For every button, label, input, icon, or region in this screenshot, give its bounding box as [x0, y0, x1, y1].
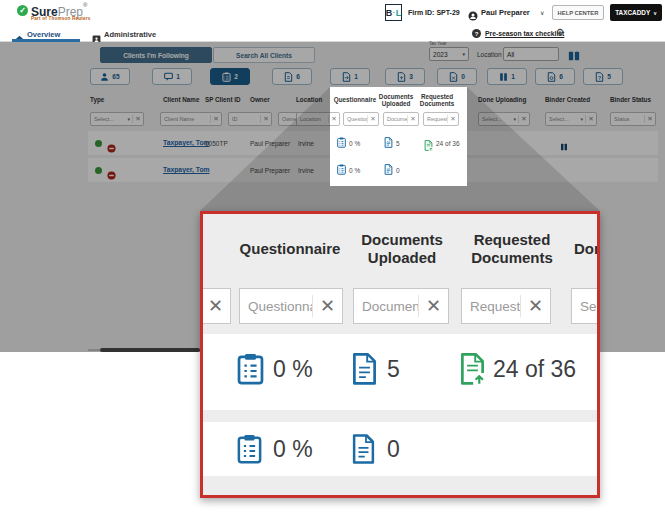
firm-logo-l: L [396, 8, 402, 18]
documents-cell: 0 [396, 167, 400, 174]
taxcaddy-button[interactable]: TAXCADDY ∨ [610, 4, 662, 21]
inset-col-requested-documents: Requested Documents [457, 231, 567, 267]
help-center-button[interactable]: HELP CENTER [552, 5, 604, 20]
owner-cell: Paul Preparer [250, 140, 290, 147]
filter-sp-client-id[interactable]: ID✕ [228, 112, 272, 126]
location-select[interactable]: All [503, 47, 559, 61]
search-all-clients-button[interactable]: Search All Clients [213, 47, 315, 63]
main-nav: Overview Administrative ? Pre-season tax… [0, 26, 665, 42]
tax-year-select[interactable]: 2023 ▾ [429, 47, 469, 61]
clear-filter-icon[interactable]: ✕ [447, 115, 458, 123]
inset-col-done-partial: Done [574, 240, 600, 258]
filter-type[interactable]: Select...▾✕ [90, 112, 144, 126]
col-header-binder-status[interactable]: Binder Status [610, 96, 651, 103]
inset-col-line2: Uploaded [347, 249, 457, 267]
filter-placeholder: Requested [462, 299, 520, 314]
inset-filter-partial-right[interactable]: Select [571, 288, 600, 324]
location-label: Location [477, 51, 502, 58]
clear-filter-icon[interactable]: ✕ [585, 115, 596, 123]
col-header-location[interactable]: Location [296, 96, 322, 103]
clear-filter-icon[interactable]: ✕ [132, 115, 143, 123]
inset-col-documents-uploaded: Documents Uploaded [347, 231, 457, 267]
col-header-line2: Documents [414, 100, 460, 107]
filter-binder-status[interactable]: Status✕ [610, 112, 656, 126]
clear-filter-icon[interactable]: ✕ [520, 295, 550, 317]
inset-filter-questionnaire[interactable]: Questionna✕ [239, 288, 343, 324]
clear-filter-icon[interactable]: ✕ [418, 295, 448, 317]
firm-logo: B·L [385, 4, 402, 21]
tab-administrative[interactable]: Administrative [104, 30, 156, 39]
client-name-link[interactable]: Taxpayer, Tom [163, 166, 210, 173]
col-header-line1: Requested [414, 93, 460, 100]
clear-filter-icon[interactable]: ✕ [407, 115, 418, 123]
settings-gear-icon[interactable]: ⚙ [556, 28, 564, 37]
preseason-checklist-link[interactable]: Pre-season tax checklist [485, 30, 564, 37]
clear-filter-icon[interactable]: ✕ [210, 115, 221, 123]
questionnaire-cell: 0 % [349, 167, 360, 174]
horizontal-scrollbar-thumb[interactable] [100, 348, 200, 352]
clients-following-button[interactable]: Clients I'm Following [100, 47, 212, 63]
filter-done-uploading[interactable]: Select...▾✕ [478, 112, 530, 126]
col-header-sp-client-id[interactable]: SP Client ID [205, 96, 241, 103]
col-header-binder-created[interactable]: Binder Created [545, 96, 590, 103]
filter-questionnaire[interactable]: Questionn✕ [343, 112, 379, 126]
clients-counter-button[interactable]: 65 [90, 68, 130, 85]
clear-filter-icon[interactable]: ✕ [328, 115, 339, 123]
clear-filter-icon[interactable]: ✕ [312, 295, 342, 317]
col-header-requested-documents[interactable]: Requested Documents [414, 93, 460, 107]
tab-overview[interactable]: Overview [27, 30, 60, 39]
documents-page-icon [351, 433, 376, 465]
inset-col-line2: Documents [457, 249, 567, 267]
documents-counter-button[interactable]: 6 [272, 68, 312, 85]
binder-processing-counter-button[interactable]: 6 [535, 68, 575, 85]
status-red-icon [107, 166, 116, 184]
location-cell: Irvine [298, 167, 314, 174]
col-header-client-name[interactable]: Client Name [163, 96, 199, 103]
col-header-documents-uploaded[interactable]: Documents Uploaded [373, 93, 419, 107]
messages-counter-button[interactable]: 1 [152, 68, 192, 85]
user-menu[interactable]: Paul Preparer [481, 8, 530, 17]
client-name-link[interactable]: Taxpayer, Tom [163, 139, 210, 146]
taxcaddy-label: TAXCADDY [615, 9, 650, 16]
clear-filter-icon[interactable]: ✕ [367, 115, 378, 123]
filter-documents-uploaded[interactable]: Documents✕ [383, 112, 419, 126]
filter-placeholder: Questionn [344, 116, 367, 122]
col-header-owner[interactable]: Owner [250, 96, 270, 103]
filter-placeholder: ID [229, 116, 260, 122]
counter-value: 2 [234, 73, 238, 80]
documents-value: 0 [387, 436, 400, 463]
documents-value: 5 [387, 356, 400, 383]
clear-filter-icon[interactable]: ✕ [644, 115, 655, 123]
filter-placeholder: Select... [91, 116, 127, 122]
counter-value: 0 [461, 73, 465, 80]
filter-client-name[interactable]: Client Name✕ [160, 112, 222, 126]
binder-status-counter-button[interactable]: ?5 [583, 68, 623, 85]
columns-view-icon[interactable] [568, 48, 580, 66]
inset-filter-partial-left[interactable]: ✕ [200, 288, 231, 324]
binder-created-icon[interactable] [560, 138, 568, 156]
user-avatar-icon [468, 7, 478, 25]
doc-remove-counter-button[interactable]: 0 [437, 68, 477, 85]
clear-filter-icon[interactable]: ✕ [260, 115, 271, 123]
col-header-questionnaire[interactable]: Questionnaire [332, 96, 378, 103]
filter-binder-created[interactable]: Select...▾✕ [545, 112, 597, 126]
filter-placeholder: Client Name [161, 116, 210, 122]
user-menu-chevron-icon[interactable]: ∨ [540, 9, 544, 16]
inset-filter-documents[interactable]: Documents✕ [353, 288, 449, 324]
col-header-type[interactable]: Type [90, 96, 104, 103]
requested-value: 24 of 36 [493, 356, 576, 383]
counter-value: 1 [511, 73, 515, 80]
binder-counter-button[interactable]: 1 [487, 68, 527, 85]
questionnaire-counter-button[interactable]: 2 [210, 68, 250, 85]
tax-year-value: 2023 [433, 51, 448, 58]
clear-filter-icon[interactable]: ✕ [518, 115, 529, 123]
tax-year-label: Tax Year [429, 41, 447, 46]
inset-filter-requested[interactable]: Requested✕ [461, 288, 551, 324]
doc-export-counter-button[interactable]: 1 [330, 68, 370, 85]
col-header-done-uploading[interactable]: Done Uploading [478, 96, 526, 103]
doc-upload-counter-button[interactable]: 3 [385, 68, 425, 85]
filter-location[interactable]: Location✕ [296, 112, 340, 126]
clear-filter-icon[interactable]: ✕ [200, 295, 230, 317]
filter-requested-documents[interactable]: Requested✕ [423, 112, 459, 126]
document-export-icon [342, 72, 351, 82]
